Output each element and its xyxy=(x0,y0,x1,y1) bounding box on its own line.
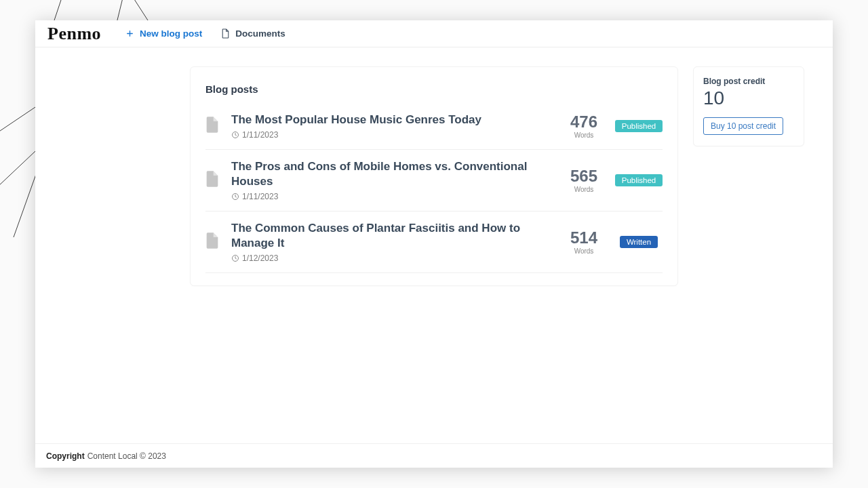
word-count-col: 514Words xyxy=(562,230,606,255)
status-badge: Published xyxy=(615,174,663,186)
documents-link[interactable]: Documents xyxy=(221,28,285,39)
footer-copyright-bold: Copyright xyxy=(46,451,85,461)
blog-posts-card: Blog posts The Most Popular House Music … xyxy=(190,66,678,286)
post-meta: 1/12/2023 xyxy=(231,253,553,263)
credit-card: Blog post credit 10 Buy 10 post credit xyxy=(693,66,804,146)
word-count: 476 xyxy=(562,114,606,130)
buy-credit-button[interactable]: Buy 10 post credit xyxy=(703,117,783,135)
app-shell: Penmo New blog post Documents Blog posts… xyxy=(35,20,833,468)
file-icon xyxy=(205,171,222,190)
post-info: The Most Popular House Music Genres Toda… xyxy=(231,113,553,140)
blog-posts-list: The Most Popular House Music Genres Toda… xyxy=(205,103,663,273)
blog-posts-heading: Blog posts xyxy=(205,83,663,95)
post-title: The Pros and Cons of Mobile Homes vs. Co… xyxy=(231,159,553,189)
word-label: Words xyxy=(562,131,606,139)
clock-icon xyxy=(231,192,239,201)
status-col: Written xyxy=(615,236,663,248)
word-count-col: 476Words xyxy=(562,114,606,139)
post-title: The Most Popular House Music Genres Toda… xyxy=(231,113,553,127)
clock-icon xyxy=(231,131,239,139)
file-icon xyxy=(205,232,222,251)
document-icon xyxy=(221,28,230,39)
blog-post-row[interactable]: The Most Popular House Music Genres Toda… xyxy=(205,103,663,150)
status-badge: Published xyxy=(615,120,663,132)
svg-line-1 xyxy=(108,0,148,20)
post-meta: 1/11/2023 xyxy=(231,130,553,140)
plus-icon xyxy=(125,29,134,38)
clock-icon xyxy=(231,254,239,262)
post-date: 1/12/2023 xyxy=(242,253,278,263)
blog-post-row[interactable]: The Pros and Cons of Mobile Homes vs. Co… xyxy=(205,150,663,211)
documents-label: Documents xyxy=(235,28,285,39)
topbar: Penmo New blog post Documents xyxy=(35,20,833,47)
word-count: 514 xyxy=(562,230,606,246)
brand-logo[interactable]: Penmo xyxy=(47,24,101,44)
word-count: 565 xyxy=(562,168,606,184)
new-blog-post-label: New blog post xyxy=(140,28,202,39)
blog-post-row[interactable]: The Common Causes of Plantar Fasciitis a… xyxy=(205,211,663,273)
new-blog-post-link[interactable]: New blog post xyxy=(125,28,202,39)
footer-copyright-text: Content Local © 2023 xyxy=(87,451,166,461)
post-date: 1/11/2023 xyxy=(242,130,278,140)
nav-links: New blog post Documents xyxy=(125,28,285,39)
credit-value: 10 xyxy=(703,87,794,109)
post-info: The Pros and Cons of Mobile Homes vs. Co… xyxy=(231,159,553,201)
post-meta: 1/11/2023 xyxy=(231,192,553,201)
status-badge: Written xyxy=(620,236,658,248)
footer: Copyright Content Local © 2023 xyxy=(35,443,833,468)
post-info: The Common Causes of Plantar Fasciitis a… xyxy=(231,221,553,263)
status-col: Published xyxy=(615,174,663,186)
post-date: 1/11/2023 xyxy=(242,192,278,201)
file-icon xyxy=(205,117,222,136)
word-label: Words xyxy=(562,247,606,255)
content-area: Blog posts The Most Popular House Music … xyxy=(35,47,833,443)
post-title: The Common Causes of Plantar Fasciitis a… xyxy=(231,221,553,251)
word-count-col: 565Words xyxy=(562,168,606,193)
credit-label: Blog post credit xyxy=(703,77,794,86)
word-label: Words xyxy=(562,186,606,193)
status-col: Published xyxy=(615,120,663,132)
